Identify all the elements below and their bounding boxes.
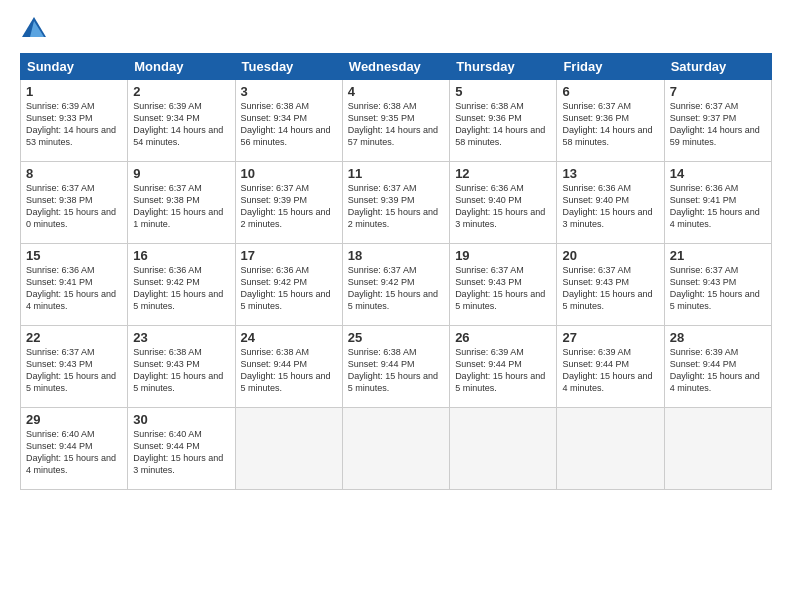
header bbox=[20, 15, 772, 43]
day-number: 24 bbox=[241, 330, 337, 345]
cell-details: Sunrise: 6:37 AMSunset: 9:36 PMDaylight:… bbox=[562, 101, 652, 147]
cell-details: Sunrise: 6:37 AMSunset: 9:42 PMDaylight:… bbox=[348, 265, 438, 311]
calendar-cell: 26 Sunrise: 6:39 AMSunset: 9:44 PMDaylig… bbox=[450, 326, 557, 408]
calendar-cell: 30 Sunrise: 6:40 AMSunset: 9:44 PMDaylig… bbox=[128, 408, 235, 490]
calendar-week-row: 22 Sunrise: 6:37 AMSunset: 9:43 PMDaylig… bbox=[21, 326, 772, 408]
day-number: 8 bbox=[26, 166, 122, 181]
calendar-cell: 7 Sunrise: 6:37 AMSunset: 9:37 PMDayligh… bbox=[664, 80, 771, 162]
logo-icon bbox=[20, 15, 48, 43]
day-number: 15 bbox=[26, 248, 122, 263]
calendar-cell: 20 Sunrise: 6:37 AMSunset: 9:43 PMDaylig… bbox=[557, 244, 664, 326]
calendar-cell: 22 Sunrise: 6:37 AMSunset: 9:43 PMDaylig… bbox=[21, 326, 128, 408]
cell-details: Sunrise: 6:38 AMSunset: 9:44 PMDaylight:… bbox=[348, 347, 438, 393]
day-number: 22 bbox=[26, 330, 122, 345]
calendar-week-row: 29 Sunrise: 6:40 AMSunset: 9:44 PMDaylig… bbox=[21, 408, 772, 490]
day-number: 10 bbox=[241, 166, 337, 181]
calendar-cell: 21 Sunrise: 6:37 AMSunset: 9:43 PMDaylig… bbox=[664, 244, 771, 326]
day-number: 14 bbox=[670, 166, 766, 181]
day-number: 29 bbox=[26, 412, 122, 427]
cell-details: Sunrise: 6:36 AMSunset: 9:42 PMDaylight:… bbox=[133, 265, 223, 311]
calendar-cell: 8 Sunrise: 6:37 AMSunset: 9:38 PMDayligh… bbox=[21, 162, 128, 244]
calendar-cell: 14 Sunrise: 6:36 AMSunset: 9:41 PMDaylig… bbox=[664, 162, 771, 244]
calendar-cell bbox=[450, 408, 557, 490]
calendar-cell bbox=[664, 408, 771, 490]
cell-details: Sunrise: 6:38 AMSunset: 9:34 PMDaylight:… bbox=[241, 101, 331, 147]
calendar-cell: 19 Sunrise: 6:37 AMSunset: 9:43 PMDaylig… bbox=[450, 244, 557, 326]
cell-details: Sunrise: 6:37 AMSunset: 9:43 PMDaylight:… bbox=[455, 265, 545, 311]
day-number: 25 bbox=[348, 330, 444, 345]
calendar-table: Sunday Monday Tuesday Wednesday Thursday… bbox=[20, 53, 772, 490]
cell-details: Sunrise: 6:38 AMSunset: 9:43 PMDaylight:… bbox=[133, 347, 223, 393]
cell-details: Sunrise: 6:37 AMSunset: 9:38 PMDaylight:… bbox=[133, 183, 223, 229]
calendar-cell: 2 Sunrise: 6:39 AMSunset: 9:34 PMDayligh… bbox=[128, 80, 235, 162]
cell-details: Sunrise: 6:38 AMSunset: 9:35 PMDaylight:… bbox=[348, 101, 438, 147]
col-monday: Monday bbox=[128, 54, 235, 80]
cell-details: Sunrise: 6:36 AMSunset: 9:41 PMDaylight:… bbox=[670, 183, 760, 229]
calendar-cell: 18 Sunrise: 6:37 AMSunset: 9:42 PMDaylig… bbox=[342, 244, 449, 326]
cell-details: Sunrise: 6:37 AMSunset: 9:43 PMDaylight:… bbox=[26, 347, 116, 393]
calendar-cell: 10 Sunrise: 6:37 AMSunset: 9:39 PMDaylig… bbox=[235, 162, 342, 244]
day-number: 12 bbox=[455, 166, 551, 181]
day-number: 9 bbox=[133, 166, 229, 181]
calendar-cell: 1 Sunrise: 6:39 AMSunset: 9:33 PMDayligh… bbox=[21, 80, 128, 162]
day-number: 6 bbox=[562, 84, 658, 99]
cell-details: Sunrise: 6:37 AMSunset: 9:37 PMDaylight:… bbox=[670, 101, 760, 147]
day-number: 17 bbox=[241, 248, 337, 263]
day-number: 20 bbox=[562, 248, 658, 263]
calendar-cell: 3 Sunrise: 6:38 AMSunset: 9:34 PMDayligh… bbox=[235, 80, 342, 162]
day-number: 19 bbox=[455, 248, 551, 263]
cell-details: Sunrise: 6:37 AMSunset: 9:39 PMDaylight:… bbox=[348, 183, 438, 229]
day-number: 26 bbox=[455, 330, 551, 345]
calendar-cell: 9 Sunrise: 6:37 AMSunset: 9:38 PMDayligh… bbox=[128, 162, 235, 244]
day-number: 30 bbox=[133, 412, 229, 427]
calendar-cell: 25 Sunrise: 6:38 AMSunset: 9:44 PMDaylig… bbox=[342, 326, 449, 408]
col-wednesday: Wednesday bbox=[342, 54, 449, 80]
day-number: 13 bbox=[562, 166, 658, 181]
calendar-week-row: 1 Sunrise: 6:39 AMSunset: 9:33 PMDayligh… bbox=[21, 80, 772, 162]
cell-details: Sunrise: 6:37 AMSunset: 9:39 PMDaylight:… bbox=[241, 183, 331, 229]
calendar-week-row: 8 Sunrise: 6:37 AMSunset: 9:38 PMDayligh… bbox=[21, 162, 772, 244]
calendar-cell bbox=[342, 408, 449, 490]
col-saturday: Saturday bbox=[664, 54, 771, 80]
day-number: 27 bbox=[562, 330, 658, 345]
calendar-cell: 11 Sunrise: 6:37 AMSunset: 9:39 PMDaylig… bbox=[342, 162, 449, 244]
cell-details: Sunrise: 6:40 AMSunset: 9:44 PMDaylight:… bbox=[133, 429, 223, 475]
col-thursday: Thursday bbox=[450, 54, 557, 80]
cell-details: Sunrise: 6:39 AMSunset: 9:44 PMDaylight:… bbox=[455, 347, 545, 393]
day-number: 16 bbox=[133, 248, 229, 263]
calendar-header-row: Sunday Monday Tuesday Wednesday Thursday… bbox=[21, 54, 772, 80]
cell-details: Sunrise: 6:39 AMSunset: 9:44 PMDaylight:… bbox=[670, 347, 760, 393]
calendar-cell: 17 Sunrise: 6:36 AMSunset: 9:42 PMDaylig… bbox=[235, 244, 342, 326]
calendar-cell: 15 Sunrise: 6:36 AMSunset: 9:41 PMDaylig… bbox=[21, 244, 128, 326]
day-number: 4 bbox=[348, 84, 444, 99]
day-number: 2 bbox=[133, 84, 229, 99]
calendar-cell bbox=[235, 408, 342, 490]
calendar-cell bbox=[557, 408, 664, 490]
calendar-cell: 16 Sunrise: 6:36 AMSunset: 9:42 PMDaylig… bbox=[128, 244, 235, 326]
cell-details: Sunrise: 6:36 AMSunset: 9:40 PMDaylight:… bbox=[455, 183, 545, 229]
day-number: 23 bbox=[133, 330, 229, 345]
cell-details: Sunrise: 6:37 AMSunset: 9:43 PMDaylight:… bbox=[670, 265, 760, 311]
day-number: 18 bbox=[348, 248, 444, 263]
calendar-week-row: 15 Sunrise: 6:36 AMSunset: 9:41 PMDaylig… bbox=[21, 244, 772, 326]
day-number: 21 bbox=[670, 248, 766, 263]
calendar-cell: 13 Sunrise: 6:36 AMSunset: 9:40 PMDaylig… bbox=[557, 162, 664, 244]
col-tuesday: Tuesday bbox=[235, 54, 342, 80]
cell-details: Sunrise: 6:37 AMSunset: 9:38 PMDaylight:… bbox=[26, 183, 116, 229]
calendar-cell: 6 Sunrise: 6:37 AMSunset: 9:36 PMDayligh… bbox=[557, 80, 664, 162]
calendar-cell: 23 Sunrise: 6:38 AMSunset: 9:43 PMDaylig… bbox=[128, 326, 235, 408]
calendar-cell: 27 Sunrise: 6:39 AMSunset: 9:44 PMDaylig… bbox=[557, 326, 664, 408]
cell-details: Sunrise: 6:38 AMSunset: 9:44 PMDaylight:… bbox=[241, 347, 331, 393]
cell-details: Sunrise: 6:40 AMSunset: 9:44 PMDaylight:… bbox=[26, 429, 116, 475]
day-number: 7 bbox=[670, 84, 766, 99]
calendar-cell: 28 Sunrise: 6:39 AMSunset: 9:44 PMDaylig… bbox=[664, 326, 771, 408]
calendar-cell: 5 Sunrise: 6:38 AMSunset: 9:36 PMDayligh… bbox=[450, 80, 557, 162]
cell-details: Sunrise: 6:36 AMSunset: 9:42 PMDaylight:… bbox=[241, 265, 331, 311]
calendar-cell: 24 Sunrise: 6:38 AMSunset: 9:44 PMDaylig… bbox=[235, 326, 342, 408]
cell-details: Sunrise: 6:39 AMSunset: 9:34 PMDaylight:… bbox=[133, 101, 223, 147]
cell-details: Sunrise: 6:39 AMSunset: 9:44 PMDaylight:… bbox=[562, 347, 652, 393]
cell-details: Sunrise: 6:37 AMSunset: 9:43 PMDaylight:… bbox=[562, 265, 652, 311]
page: Sunday Monday Tuesday Wednesday Thursday… bbox=[0, 0, 792, 612]
day-number: 5 bbox=[455, 84, 551, 99]
calendar-cell: 12 Sunrise: 6:36 AMSunset: 9:40 PMDaylig… bbox=[450, 162, 557, 244]
